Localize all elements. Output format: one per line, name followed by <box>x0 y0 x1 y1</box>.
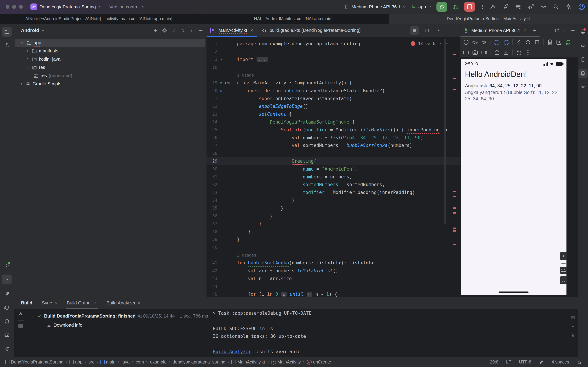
stop-build-icon[interactable] <box>18 324 23 328</box>
error-stripe-mark[interactable] <box>453 196 456 197</box>
version-control-icon[interactable] <box>2 344 12 354</box>
vcs-widget[interactable]: Version control <box>109 4 146 10</box>
a-refresh-icon[interactable] <box>502 3 509 10</box>
tab-build-gradle[interactable]: build.gradle.kts (DendiYogiaPratama-Sort… <box>258 24 364 37</box>
maximize-window-button[interactable] <box>19 5 23 9</box>
code-line-38[interactable]: 38 } <box>207 228 460 236</box>
upload-icon[interactable] <box>493 49 501 56</box>
error-stripe-mark[interactable] <box>453 212 456 214</box>
inspections-widget[interactable]: ! 13 5 <box>411 41 450 46</box>
avatar-icon[interactable] <box>578 3 586 11</box>
file-lock-icon[interactable] <box>577 360 582 365</box>
usage-hint-row[interactable]: 2 Usages <box>207 251 460 259</box>
rotate-left-icon[interactable] <box>493 39 501 46</box>
code-line-41[interactable]: 41fun bubbleSortAngka(numbers: List<Int>… <box>207 259 460 267</box>
build-output-console[interactable]: > Task :app:assembleDebug UP-TO-DATEBUIL… <box>209 309 578 357</box>
gradle-elephant-icon[interactable] <box>578 41 588 50</box>
soft-wrap-icon[interactable] <box>571 315 575 320</box>
more-run-options-icon[interactable] <box>479 4 485 10</box>
overview-square-icon[interactable] <box>533 39 541 46</box>
highlighting-level-icon[interactable] <box>539 360 544 365</box>
close-icon[interactable]: ✕ <box>54 301 57 305</box>
emulator-screen[interactable]: 2:59 Hello AndroidDen! Angka as <box>461 59 566 295</box>
minimize-window-button[interactable] <box>12 5 16 9</box>
breadcrumb-item[interactable]: CMainActivity <box>271 359 301 365</box>
breadcrumb-item[interactable]: com <box>136 359 144 365</box>
project-widget[interactable]: DY DendiYogiaPratama-Sorting <box>30 3 102 10</box>
add-device-icon[interactable] <box>532 28 537 33</box>
code-line-2[interactable]: 2 <box>207 48 460 56</box>
code-line-24[interactable]: 24 DendiYogiaPratamaSortingTheme { <box>207 118 460 126</box>
caret-position[interactable]: 29:8 <box>490 359 498 365</box>
close-icon[interactable] <box>250 28 254 33</box>
settings-icon[interactable] <box>565 3 572 10</box>
build-tab-Build Output[interactable]: Build Output✕ <box>67 297 97 309</box>
error-stripe-mark[interactable] <box>453 78 456 79</box>
download-icon[interactable] <box>502 49 510 56</box>
kebab-icon[interactable] <box>524 49 532 56</box>
notifications-bell-icon[interactable] <box>578 27 588 36</box>
profiler-lines-icon[interactable] <box>515 3 521 10</box>
code-line-23[interactable]: 23 setContent { <box>207 110 460 118</box>
code-line-44[interactable]: 44 <box>207 283 460 291</box>
error-stripe-mark[interactable] <box>453 89 456 90</box>
close-window-button[interactable] <box>6 5 9 9</box>
breadcrumb-item[interactable]: monCreate <box>307 359 331 365</box>
close-icon[interactable] <box>523 28 527 33</box>
code-line-21[interactable]: 21 super.onCreate(savedInstanceState) <box>207 95 460 103</box>
kebab-icon[interactable] <box>562 28 567 33</box>
stop-button[interactable] <box>464 2 475 12</box>
chevron-right-icon[interactable] <box>19 82 24 86</box>
back-icon[interactable] <box>515 39 523 46</box>
tree-item-res[interactable]: res <box>14 63 207 71</box>
chevron-right-icon[interactable] <box>26 65 30 70</box>
target-icon[interactable] <box>162 28 167 33</box>
build-tab-Sync[interactable]: Sync✕ <box>42 297 57 309</box>
code-line-36[interactable]: 36 } <box>207 212 460 220</box>
error-stripe-mark[interactable] <box>453 244 456 245</box>
home-indicator[interactable] <box>499 292 528 293</box>
zoom-in-button[interactable]: + <box>560 252 567 260</box>
error-stripe-mark[interactable] <box>453 54 456 55</box>
code-line-18[interactable]: 18 <box>207 63 460 71</box>
debug-button[interactable] <box>452 3 459 11</box>
code-line-32[interactable]: 32 sortedNumbers = sortedNumbers, <box>207 181 460 189</box>
file-encoding[interactable]: UTF-8 <box>519 359 531 365</box>
code-line-29[interactable]: 29 Greeting( <box>207 157 460 165</box>
project-view-mode[interactable]: Android <box>21 28 39 33</box>
chevron-down-icon[interactable] <box>20 41 25 45</box>
code-line-39[interactable]: 39} <box>207 236 460 243</box>
rerun-button[interactable] <box>436 2 447 12</box>
minus-icon[interactable] <box>571 28 575 33</box>
open-window-icon[interactable] <box>554 28 559 33</box>
scroll-end-icon[interactable] <box>571 324 575 329</box>
code-line-20[interactable]: 20 override fun onCreate(savedInstanceSt… <box>207 87 460 95</box>
download-info-row[interactable]: Download info <box>27 320 209 330</box>
view-mode-preview[interactable] <box>435 26 444 35</box>
code-line-45[interactable]: 45 for (i in 0 ≤ until < n - 1) { <box>207 291 460 297</box>
prev-problem-icon[interactable] <box>438 42 442 46</box>
code-line-26[interactable]: 26 val numbers = listOf(64, 34, 25, 12, … <box>207 134 460 142</box>
code-line-30[interactable]: 30 name = "AndroidDen", <box>207 165 460 173</box>
composable-icon[interactable]: </> <box>224 81 230 85</box>
code-line-3[interactable]: 3import ... <box>207 56 460 63</box>
project-window-tab-0[interactable]: AINote [~/AndroidStudioProjects/AINote] … <box>0 14 198 24</box>
run-play-icon[interactable] <box>2 261 12 270</box>
indent-setting[interactable]: 4 spaces <box>552 359 569 365</box>
chevron-down-icon[interactable] <box>41 28 45 33</box>
device-tab-label[interactable]: Medium Phone API 36.1 <box>471 28 520 33</box>
zoom-reset-button[interactable]: 1:1 <box>560 267 567 274</box>
close-icon[interactable]: ✕ <box>94 301 97 305</box>
tree-item-kotlin+java[interactable]: kotlin+java <box>14 55 207 63</box>
editor-options-icon[interactable] <box>453 28 458 33</box>
tree-item-app[interactable]: app <box>15 39 206 47</box>
run-configuration[interactable]: app <box>411 4 432 10</box>
code-line-34[interactable]: 34 ) <box>207 196 460 204</box>
build-analyzer-link[interactable]: Build Analyzer <box>213 349 251 354</box>
build-window-title[interactable]: Build <box>21 300 32 306</box>
problems-icon[interactable] <box>2 317 12 326</box>
error-stripe-mark[interactable] <box>453 191 456 192</box>
build-result-row[interactable]: Build DendiYogiaPratamaSorting: finished… <box>27 311 209 320</box>
error-stripe-mark[interactable] <box>453 227 456 229</box>
view-mode-split[interactable] <box>422 26 431 35</box>
